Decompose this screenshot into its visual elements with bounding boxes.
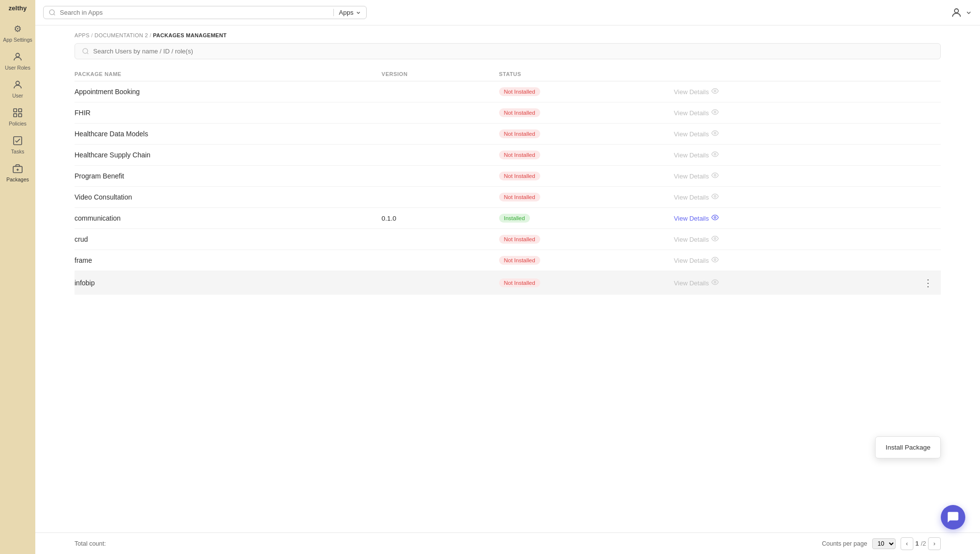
view-details-link[interactable]: View Details: [674, 151, 858, 159]
prev-page-button[interactable]: ‹: [901, 537, 913, 550]
svg-point-16: [714, 111, 716, 113]
more-options-button[interactable]: ⋮: [920, 277, 936, 289]
scope-selector[interactable]: Apps: [333, 9, 361, 16]
view-details-label: View Details: [674, 130, 709, 138]
package-name-cell: communication: [75, 208, 381, 229]
next-page-button[interactable]: ›: [928, 537, 941, 550]
sidebar-item-label: User: [12, 93, 23, 99]
col-actions: [674, 67, 863, 81]
table-row: crudNot InstalledView Details: [75, 229, 941, 250]
svg-point-22: [714, 238, 716, 240]
col-status: STATUS: [499, 67, 674, 81]
status-badge: Not Installed: [499, 87, 540, 96]
view-details-link[interactable]: View Details: [674, 193, 858, 201]
package-name-cell: Video Consultation: [75, 187, 381, 208]
sidebar-item-label: Policies: [9, 121, 26, 126]
table-row: infobipNot InstalledView Details ⋮: [75, 271, 941, 295]
view-details-link[interactable]: View Details: [674, 278, 858, 287]
table-row: frameNot InstalledView Details: [75, 250, 941, 271]
counts-per-page-select[interactable]: 10 20 50: [872, 538, 896, 549]
package-version-cell: [381, 124, 499, 145]
sidebar-item-user[interactable]: User: [0, 75, 35, 102]
eye-icon: [711, 151, 719, 159]
view-details-link[interactable]: View Details: [674, 235, 858, 244]
view-details-link[interactable]: View Details: [674, 129, 858, 138]
svg-point-19: [714, 175, 716, 176]
svg-point-18: [714, 153, 716, 155]
user-search-bar[interactable]: [75, 43, 941, 59]
sidebar-item-app-settings[interactable]: ⚙ App Settings: [0, 19, 35, 47]
svg-point-0: [16, 53, 19, 57]
more-actions-cell: [862, 81, 941, 102]
sidebar-item-user-roles[interactable]: User Roles: [0, 47, 35, 75]
search-input[interactable]: [60, 9, 329, 16]
package-version-cell: [381, 187, 499, 208]
view-details-label: View Details: [674, 236, 709, 243]
svg-line-11: [53, 14, 55, 15]
col-package-name: PACKAGE NAME: [75, 67, 381, 81]
user-menu-chevron-icon: [965, 9, 972, 16]
table-row: communication0.1.0InstalledView Details: [75, 208, 941, 229]
svg-rect-5: [19, 114, 22, 117]
status-badge: Not Installed: [499, 172, 540, 180]
view-details-cell: View Details: [674, 166, 863, 187]
footer: Total count: Counts per page 10 20 50 ‹ …: [35, 532, 980, 554]
view-details-cell: View Details: [674, 187, 863, 208]
package-version-cell: [381, 166, 499, 187]
tasks-icon: [11, 134, 24, 147]
view-details-link[interactable]: View Details: [674, 87, 858, 96]
more-actions-cell: [862, 250, 941, 271]
package-name-cell: Appointment Booking: [75, 81, 381, 102]
pagination: ‹ 1 /2 ›: [901, 537, 941, 550]
table-row: Video ConsultationNot InstalledView Deta…: [75, 187, 941, 208]
view-details-link[interactable]: View Details: [674, 172, 858, 180]
user-avatar-icon: [951, 7, 962, 19]
sidebar: zelthy ⚙ App Settings User Roles User Po…: [0, 0, 35, 554]
package-status-cell: Not Installed: [499, 102, 674, 124]
user-menu[interactable]: [951, 7, 972, 19]
sidebar-item-tasks[interactable]: Tasks: [0, 130, 35, 158]
view-details-link[interactable]: View Details: [674, 214, 858, 223]
breadcrumb-doc2[interactable]: DOCUMENTATION 2: [95, 32, 148, 38]
view-details-label: View Details: [674, 109, 709, 117]
status-badge: Not Installed: [499, 256, 540, 265]
app-logo: zelthy: [9, 5, 27, 12]
view-details-label: View Details: [674, 173, 709, 180]
svg-point-23: [714, 259, 716, 261]
breadcrumb-sep2: /: [150, 32, 153, 38]
table-row: Program BenefitNot InstalledView Details: [75, 166, 941, 187]
view-details-label: View Details: [674, 88, 709, 96]
table-area: PACKAGE NAME VERSION STATUS Appointment …: [35, 43, 980, 295]
package-name-cell: frame: [75, 250, 381, 271]
svg-point-21: [714, 217, 716, 219]
eye-icon: [711, 172, 719, 180]
user-icon-sidebar: [11, 78, 24, 91]
install-package-menu-item[interactable]: Install Package: [876, 440, 940, 455]
user-search-icon: [82, 48, 89, 55]
package-status-cell: Not Installed: [499, 187, 674, 208]
sidebar-item-packages[interactable]: Packages: [0, 158, 35, 186]
view-details-label: View Details: [674, 215, 709, 222]
status-badge: Installed: [499, 214, 530, 223]
view-details-label: View Details: [674, 257, 709, 264]
view-details-cell: View Details: [674, 271, 863, 295]
sidebar-item-policies[interactable]: Policies: [0, 102, 35, 130]
topbar: Apps: [35, 0, 980, 25]
footer-right: Counts per page 10 20 50 ‹ 1 /2 ›: [822, 537, 941, 550]
search-bar[interactable]: Apps: [43, 6, 367, 19]
current-page: 1: [915, 540, 919, 547]
view-details-cell: View Details: [674, 208, 863, 229]
chat-bubble-button[interactable]: [941, 505, 965, 529]
eye-icon: [711, 256, 719, 265]
view-details-link[interactable]: View Details: [674, 256, 858, 265]
view-details-link[interactable]: View Details: [674, 108, 858, 117]
breadcrumb-current: PACKAGES MANAGEMENT: [153, 32, 226, 38]
sidebar-item-label: User Roles: [5, 65, 30, 71]
package-status-cell: Not Installed: [499, 145, 674, 166]
table-row: Appointment BookingNot InstalledView Det…: [75, 81, 941, 102]
user-search-input[interactable]: [93, 48, 933, 55]
breadcrumb-apps[interactable]: APPS: [75, 32, 90, 38]
svg-point-13: [83, 49, 88, 53]
more-actions-cell: [862, 102, 941, 124]
content-area: APPS / DOCUMENTATION 2 / PACKAGES MANAGE…: [35, 25, 980, 532]
